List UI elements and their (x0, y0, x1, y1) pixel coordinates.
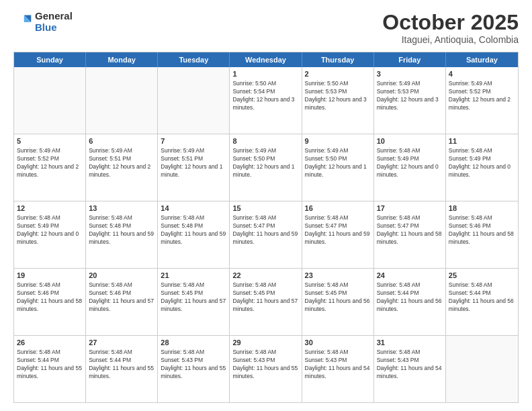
cell-sun-info: Sunrise: 5:48 AM Sunset: 5:48 PM Dayligh… (89, 214, 154, 246)
header: General Blue October 2025 Itaguei, Antio… (13, 11, 519, 45)
cell-day-number: 22 (232, 271, 298, 281)
page-subtitle: Itaguei, Antioquia, Colombia (382, 34, 519, 45)
cell-day-number: 5 (17, 136, 83, 146)
calendar-cell: 9Sunrise: 5:49 AM Sunset: 5:50 PM Daylig… (302, 134, 374, 201)
cell-day-number: 19 (17, 271, 83, 281)
calendar-body: 1Sunrise: 5:50 AM Sunset: 5:54 PM Daylig… (14, 67, 518, 402)
cell-sun-info: Sunrise: 5:48 AM Sunset: 5:44 PM Dayligh… (377, 281, 443, 314)
cell-day-number: 17 (377, 203, 443, 214)
cell-sun-info: Sunrise: 5:48 AM Sunset: 5:45 PM Dayligh… (232, 281, 298, 314)
cell-sun-info: Sunrise: 5:48 AM Sunset: 5:48 PM Dayligh… (161, 214, 226, 246)
cell-day-number: 31 (377, 338, 443, 348)
cell-day-number: 12 (17, 203, 83, 214)
cell-sun-info: Sunrise: 5:48 AM Sunset: 5:49 PM Dayligh… (449, 147, 515, 179)
logo-icon (13, 13, 32, 32)
cell-day-number: 3 (377, 69, 443, 79)
calendar-cell: 5Sunrise: 5:49 AM Sunset: 5:52 PM Daylig… (14, 134, 86, 201)
cell-day-number: 25 (449, 271, 515, 281)
calendar-cell: 19Sunrise: 5:48 AM Sunset: 5:46 PM Dayli… (14, 269, 86, 335)
calendar-header-day: Tuesday (158, 52, 230, 67)
cell-sun-info: Sunrise: 5:49 AM Sunset: 5:51 PM Dayligh… (89, 147, 154, 179)
cell-sun-info: Sunrise: 5:48 AM Sunset: 5:44 PM Dayligh… (89, 349, 154, 381)
logo-general: General (35, 11, 73, 22)
cell-day-number: 1 (232, 69, 298, 79)
cell-day-number: 4 (449, 69, 515, 79)
cell-day-number: 6 (89, 136, 154, 146)
cell-sun-info: Sunrise: 5:48 AM Sunset: 5:47 PM Dayligh… (232, 214, 298, 246)
cell-day-number: 15 (232, 203, 298, 214)
cell-sun-info: Sunrise: 5:49 AM Sunset: 5:50 PM Dayligh… (305, 147, 371, 179)
title-block: October 2025 Itaguei, Antioquia, Colombi… (382, 11, 519, 45)
cell-sun-info: Sunrise: 5:49 AM Sunset: 5:52 PM Dayligh… (449, 80, 515, 112)
calendar-cell: 18Sunrise: 5:48 AM Sunset: 5:46 PM Dayli… (446, 201, 518, 268)
cell-sun-info: Sunrise: 5:48 AM Sunset: 5:43 PM Dayligh… (377, 349, 443, 381)
cell-sun-info: Sunrise: 5:48 AM Sunset: 5:43 PM Dayligh… (161, 349, 226, 381)
cell-day-number: 29 (232, 338, 298, 348)
calendar-cell (14, 67, 86, 134)
cell-sun-info: Sunrise: 5:48 AM Sunset: 5:49 PM Dayligh… (377, 147, 443, 179)
cell-sun-info: Sunrise: 5:50 AM Sunset: 5:54 PM Dayligh… (232, 80, 298, 112)
calendar-cell: 2Sunrise: 5:50 AM Sunset: 5:53 PM Daylig… (302, 67, 374, 134)
calendar-cell: 13Sunrise: 5:48 AM Sunset: 5:48 PM Dayli… (86, 201, 158, 268)
calendar-header-day: Friday (374, 52, 446, 67)
calendar-cell: 12Sunrise: 5:48 AM Sunset: 5:49 PM Dayli… (14, 201, 86, 268)
cell-sun-info: Sunrise: 5:48 AM Sunset: 5:47 PM Dayligh… (305, 214, 371, 246)
calendar-cell: 8Sunrise: 5:49 AM Sunset: 5:50 PM Daylig… (230, 134, 302, 201)
calendar-cell: 11Sunrise: 5:48 AM Sunset: 5:49 PM Dayli… (446, 134, 518, 201)
cell-day-number: 2 (305, 69, 371, 79)
cell-sun-info: Sunrise: 5:48 AM Sunset: 5:46 PM Dayligh… (89, 281, 154, 314)
calendar-cell (158, 67, 230, 134)
calendar-cell: 14Sunrise: 5:48 AM Sunset: 5:48 PM Dayli… (158, 201, 230, 268)
cell-day-number: 24 (377, 271, 443, 281)
cell-day-number: 20 (89, 271, 154, 281)
calendar-row: 1Sunrise: 5:50 AM Sunset: 5:54 PM Daylig… (14, 67, 518, 134)
calendar-cell: 26Sunrise: 5:48 AM Sunset: 5:44 PM Dayli… (14, 336, 86, 402)
calendar-cell: 23Sunrise: 5:48 AM Sunset: 5:45 PM Dayli… (302, 269, 374, 335)
cell-day-number: 8 (232, 136, 298, 146)
calendar-row: 5Sunrise: 5:49 AM Sunset: 5:52 PM Daylig… (14, 134, 518, 201)
calendar-cell: 29Sunrise: 5:48 AM Sunset: 5:43 PM Dayli… (230, 336, 302, 402)
cell-sun-info: Sunrise: 5:48 AM Sunset: 5:45 PM Dayligh… (305, 281, 371, 314)
cell-day-number: 23 (305, 271, 371, 281)
calendar-cell: 30Sunrise: 5:48 AM Sunset: 5:43 PM Dayli… (302, 336, 374, 402)
cell-day-number: 11 (449, 136, 515, 146)
calendar-cell: 28Sunrise: 5:48 AM Sunset: 5:43 PM Dayli… (158, 336, 230, 402)
cell-sun-info: Sunrise: 5:48 AM Sunset: 5:44 PM Dayligh… (449, 281, 515, 314)
cell-day-number: 16 (305, 203, 371, 214)
calendar-row: 26Sunrise: 5:48 AM Sunset: 5:44 PM Dayli… (14, 336, 518, 402)
calendar-cell: 1Sunrise: 5:50 AM Sunset: 5:54 PM Daylig… (230, 67, 302, 134)
calendar-cell: 3Sunrise: 5:49 AM Sunset: 5:53 PM Daylig… (374, 67, 446, 134)
cell-sun-info: Sunrise: 5:49 AM Sunset: 5:53 PM Dayligh… (377, 80, 443, 112)
cell-sun-info: Sunrise: 5:49 AM Sunset: 5:52 PM Dayligh… (17, 147, 83, 179)
calendar-header-day: Saturday (446, 52, 518, 67)
page-title: October 2025 (382, 11, 519, 34)
cell-sun-info: Sunrise: 5:48 AM Sunset: 5:45 PM Dayligh… (161, 281, 226, 314)
cell-day-number: 18 (449, 203, 515, 214)
calendar-cell: 16Sunrise: 5:48 AM Sunset: 5:47 PM Dayli… (302, 201, 374, 268)
cell-day-number: 21 (161, 271, 226, 281)
cell-sun-info: Sunrise: 5:48 AM Sunset: 5:43 PM Dayligh… (232, 349, 298, 381)
calendar-cell: 15Sunrise: 5:48 AM Sunset: 5:47 PM Dayli… (230, 201, 302, 268)
cell-day-number: 13 (89, 203, 154, 214)
cell-sun-info: Sunrise: 5:48 AM Sunset: 5:49 PM Dayligh… (17, 214, 83, 246)
calendar-header-day: Thursday (302, 52, 374, 67)
calendar-cell: 27Sunrise: 5:48 AM Sunset: 5:44 PM Dayli… (86, 336, 158, 402)
cell-day-number: 10 (377, 136, 443, 146)
calendar-header-day: Sunday (14, 52, 86, 67)
calendar-cell: 31Sunrise: 5:48 AM Sunset: 5:43 PM Dayli… (374, 336, 446, 402)
cell-sun-info: Sunrise: 5:49 AM Sunset: 5:51 PM Dayligh… (161, 147, 226, 179)
cell-day-number: 30 (305, 338, 371, 348)
calendar-cell: 7Sunrise: 5:49 AM Sunset: 5:51 PM Daylig… (158, 134, 230, 201)
calendar-cell: 24Sunrise: 5:48 AM Sunset: 5:44 PM Dayli… (374, 269, 446, 335)
cell-day-number: 7 (161, 136, 226, 146)
calendar-cell: 17Sunrise: 5:48 AM Sunset: 5:47 PM Dayli… (374, 201, 446, 268)
calendar-cell: 4Sunrise: 5:49 AM Sunset: 5:52 PM Daylig… (446, 67, 518, 134)
cell-sun-info: Sunrise: 5:48 AM Sunset: 5:46 PM Dayligh… (17, 281, 83, 314)
calendar-cell: 21Sunrise: 5:48 AM Sunset: 5:45 PM Dayli… (158, 269, 230, 335)
cell-day-number: 9 (305, 136, 371, 146)
calendar-cell: 20Sunrise: 5:48 AM Sunset: 5:46 PM Dayli… (86, 269, 158, 335)
calendar-cell (86, 67, 158, 134)
cell-day-number: 26 (17, 338, 83, 348)
cell-sun-info: Sunrise: 5:50 AM Sunset: 5:53 PM Dayligh… (305, 80, 371, 112)
logo-text: General Blue (35, 11, 73, 33)
